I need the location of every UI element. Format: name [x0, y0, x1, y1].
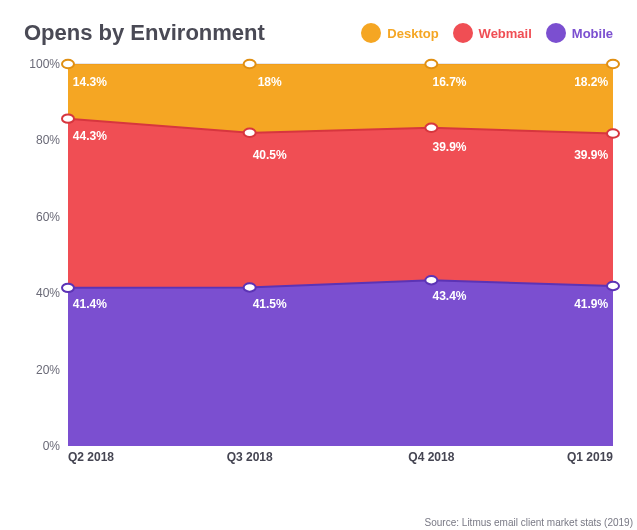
y-tick: 20% — [24, 363, 60, 377]
source-caption: Source: Litmus email client market stats… — [425, 517, 633, 528]
y-tick: 40% — [24, 286, 60, 300]
legend-label-mobile: Mobile — [572, 26, 613, 41]
x-tick: Q1 2019 — [567, 450, 613, 464]
legend-label-desktop: Desktop — [387, 26, 438, 41]
legend-item-desktop: Desktop — [361, 23, 438, 43]
marker-desktop — [62, 60, 74, 68]
x-tick: Q3 2018 — [227, 450, 273, 464]
chart-areas: 14.3% 18% 16.7% 18.2% 44.3% 40.5% 39.9% … — [68, 64, 613, 446]
legend-swatch-webmail — [453, 23, 473, 43]
marker-webmail — [607, 129, 619, 137]
y-tick: 80% — [24, 133, 60, 147]
data-label-webmail: 39.9% — [574, 148, 608, 162]
marker-desktop — [425, 60, 437, 68]
data-label-webmail: 40.5% — [253, 148, 287, 162]
chart-title: Opens by Environment — [24, 20, 265, 46]
legend-label-webmail: Webmail — [479, 26, 532, 41]
data-label-mobile: 41.9% — [574, 297, 608, 311]
marker-mobile — [244, 283, 256, 291]
chart-header: Opens by Environment Desktop Webmail Mob… — [24, 20, 613, 46]
marker-webmail — [244, 129, 256, 137]
marker-mobile — [607, 282, 619, 290]
data-label-mobile: 43.4% — [432, 289, 466, 303]
y-tick: 0% — [24, 439, 60, 453]
x-axis: Q2 2018 Q3 2018 Q4 2018 Q1 2019 — [68, 450, 613, 474]
marker-webmail — [425, 124, 437, 132]
data-label-webmail: 39.9% — [432, 140, 466, 154]
legend: Desktop Webmail Mobile — [361, 23, 613, 43]
marker-desktop — [607, 60, 619, 68]
chart-container: Opens by Environment Desktop Webmail Mob… — [0, 0, 637, 530]
legend-swatch-mobile — [546, 23, 566, 43]
legend-item-webmail: Webmail — [453, 23, 532, 43]
plot-area: 0% 20% 40% 60% 80% 100% — [24, 64, 613, 474]
data-label-desktop: 18.2% — [574, 75, 608, 89]
legend-item-mobile: Mobile — [546, 23, 613, 43]
marker-mobile — [425, 276, 437, 284]
x-tick: Q2 2018 — [68, 450, 114, 464]
data-label-mobile: 41.5% — [253, 297, 287, 311]
y-axis: 0% 20% 40% 60% 80% 100% — [24, 64, 64, 446]
marker-webmail — [62, 114, 74, 122]
marker-mobile — [62, 284, 74, 292]
y-tick: 100% — [24, 57, 60, 71]
data-label-desktop: 14.3% — [73, 75, 107, 89]
x-tick: Q4 2018 — [408, 450, 454, 464]
y-tick: 60% — [24, 210, 60, 224]
data-label-mobile: 41.4% — [73, 297, 107, 311]
data-label-desktop: 16.7% — [432, 75, 466, 89]
data-label-desktop: 18% — [258, 75, 282, 89]
data-label-webmail: 44.3% — [73, 129, 107, 143]
marker-desktop — [244, 60, 256, 68]
legend-swatch-desktop — [361, 23, 381, 43]
markers-svg — [68, 64, 613, 446]
